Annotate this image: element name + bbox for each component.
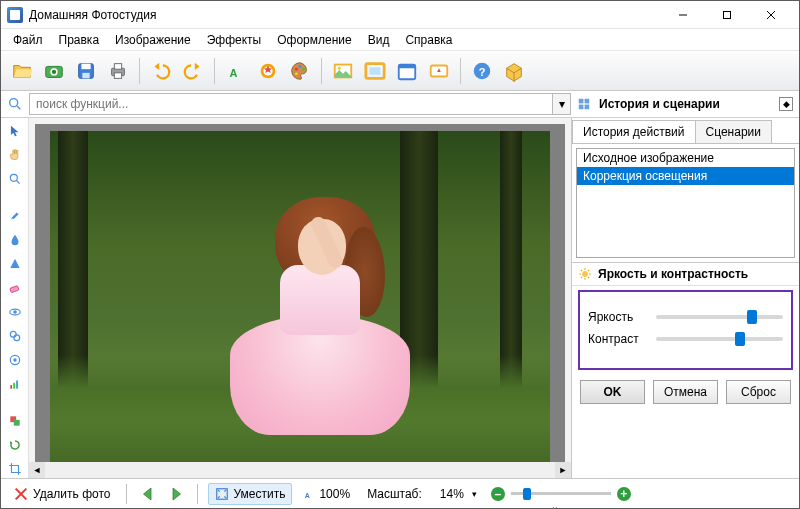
svg-rect-1 [724, 11, 731, 18]
zoom-out-button[interactable]: – [491, 487, 505, 501]
toolbar-redo-button[interactable] [178, 56, 208, 86]
toolbar-image-button[interactable] [328, 56, 358, 86]
tool-layers[interactable] [5, 412, 25, 430]
window-maximize-button[interactable] [705, 2, 749, 28]
zoom-100-button[interactable]: A 100% [298, 479, 355, 509]
history-panel-title: История и сценарии [599, 97, 720, 111]
next-photo-button[interactable] [165, 483, 187, 505]
toolbar-camera-button[interactable] [39, 56, 69, 86]
cancel-button[interactable]: Отмена [653, 380, 718, 404]
adjust-button-row: OK Отмена Сброс [572, 374, 799, 410]
tool-rotate[interactable] [5, 436, 25, 454]
contrast-slider[interactable] [656, 337, 783, 341]
tool-crop[interactable] [5, 460, 25, 478]
toolbar-stamp-button[interactable] [253, 56, 283, 86]
svg-point-42 [13, 310, 17, 314]
prev-photo-button[interactable] [137, 483, 159, 505]
toolbar-calendar-button[interactable] [392, 56, 422, 86]
delete-photo-label: Удалить фото [33, 487, 110, 501]
right-panel-tabs: История действий Сценарии [572, 120, 799, 144]
history-item[interactable]: Исходное изображение [577, 149, 794, 167]
tool-zoom[interactable] [5, 170, 25, 188]
svg-rect-35 [585, 99, 590, 104]
svg-text:?: ? [479, 65, 486, 77]
title-bar: Домашняя Фотостудия [1, 1, 799, 29]
photo-preview [50, 131, 550, 465]
separator [126, 484, 127, 504]
tab-scenarios[interactable]: Сценарии [695, 120, 772, 143]
menu-image[interactable]: Изображение [107, 30, 199, 50]
scroll-left-button[interactable]: ◄ [29, 462, 45, 478]
window-minimize-button[interactable] [661, 2, 705, 28]
svg-line-33 [17, 106, 20, 109]
menu-decor[interactable]: Оформление [269, 30, 359, 50]
menu-file[interactable]: Файл [5, 30, 51, 50]
tool-drop[interactable] [5, 231, 25, 249]
tool-hand[interactable] [5, 146, 25, 164]
toolbar-open-button[interactable] [7, 56, 37, 86]
toolbar-undo-button[interactable] [146, 56, 176, 86]
menu-help[interactable]: Справка [397, 30, 460, 50]
panel-collapse-button[interactable]: ◆ [779, 97, 793, 111]
fit-icon [215, 487, 229, 501]
brightness-slider[interactable] [656, 315, 783, 319]
tool-clone[interactable] [5, 327, 25, 345]
menu-effects[interactable]: Эффекты [199, 30, 270, 50]
scroll-right-button[interactable]: ► [555, 462, 571, 478]
svg-text:A: A [305, 491, 310, 498]
toolbar-frame-button[interactable] [360, 56, 390, 86]
svg-point-32 [10, 99, 18, 107]
svg-point-17 [299, 65, 302, 68]
tool-target[interactable] [5, 351, 25, 369]
zoom-slider-group: – + [491, 487, 631, 501]
tool-eraser[interactable] [5, 279, 25, 297]
search-dropdown-button[interactable]: ▾ [553, 93, 571, 115]
svg-rect-9 [82, 72, 89, 78]
toolbar-card-button[interactable] [424, 56, 454, 86]
zoom-slider[interactable] [511, 492, 611, 495]
toolbar-print-button[interactable] [103, 56, 133, 86]
delete-photo-button[interactable]: Удалить фото [7, 483, 116, 505]
svg-rect-47 [10, 385, 12, 389]
tool-levels[interactable] [5, 375, 25, 393]
history-list[interactable]: Исходное изображение Коррекция освещения [576, 148, 795, 258]
window-close-button[interactable] [749, 2, 793, 28]
toolbar-box-button[interactable] [499, 56, 529, 86]
menu-edit[interactable]: Правка [51, 30, 108, 50]
svg-point-44 [13, 335, 19, 341]
toolbar-help-button[interactable]: ? [467, 56, 497, 86]
svg-point-16 [295, 67, 298, 70]
menu-view[interactable]: Вид [360, 30, 398, 50]
history-item[interactable]: Коррекция освещения [577, 167, 794, 185]
left-tool-strip [1, 118, 29, 478]
ok-button[interactable]: OK [580, 380, 645, 404]
svg-line-58 [588, 277, 589, 278]
fit-button[interactable]: Уместить [208, 483, 292, 505]
scale-dropdown-icon[interactable]: ▾ [472, 489, 477, 499]
main-toolbar: A ? [1, 51, 799, 91]
app-title: Домашняя Фотостудия [29, 8, 156, 22]
adjust-box: Яркость Контраст [578, 290, 793, 370]
svg-rect-34 [579, 99, 584, 104]
tab-history[interactable]: История действий [572, 120, 696, 143]
tool-pointer[interactable] [5, 122, 25, 140]
reset-button[interactable]: Сброс [726, 380, 791, 404]
zoom-100-icon: A [303, 487, 317, 501]
search-row: ▾ История и сценарии ◆ [1, 91, 799, 118]
brightness-icon [578, 267, 592, 281]
horizontal-scrollbar[interactable]: ◄ ► [29, 462, 571, 478]
svg-point-43 [10, 331, 16, 337]
toolbar-save-button[interactable] [71, 56, 101, 86]
tool-shape[interactable] [5, 255, 25, 273]
tool-brush[interactable] [5, 207, 25, 225]
tool-eye[interactable] [5, 303, 25, 321]
brightness-label: Яркость [588, 310, 648, 324]
zoom-in-button[interactable]: + [617, 487, 631, 501]
delete-icon [13, 486, 29, 502]
toolbar-palette-button[interactable] [285, 56, 315, 86]
search-input[interactable] [29, 93, 553, 115]
canvas[interactable] [35, 124, 565, 472]
toolbar-text-button[interactable]: A [221, 56, 251, 86]
svg-rect-48 [13, 383, 15, 389]
svg-point-6 [52, 69, 56, 73]
